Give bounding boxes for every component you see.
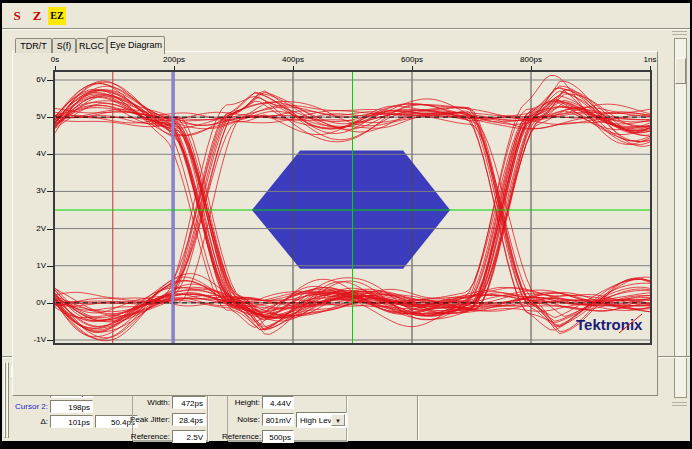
s-parameter-tool-button[interactable]: S — [8, 7, 26, 25]
vertical-scrollbar-thumb[interactable] — [675, 58, 686, 84]
toolbar-divider-highlight — [2, 29, 690, 30]
vertical-scrollbar-track[interactable] — [674, 38, 687, 398]
horizontal-reference-label: Reference: — [130, 432, 170, 442]
height-label: Height: — [222, 398, 260, 408]
scrollbar-bottom-mark — [672, 402, 687, 403]
height-field: 4.44V — [262, 396, 294, 409]
chevron-down-icon[interactable]: ▼ — [331, 414, 345, 426]
eye-diagram-plot[interactable]: Tektronix — [53, 70, 652, 345]
app-window: S Z EZ TDR/T S(f) RLGC Eye Diagram 0s200… — [0, 0, 692, 449]
vertical-reference-field: 500ps — [262, 430, 294, 443]
eazy-tool-button[interactable]: EZ — [48, 7, 66, 25]
scrollbar-top-mark — [672, 31, 687, 32]
tab-eye-diagram[interactable]: Eye Diagram — [107, 36, 165, 54]
peak-jitter-label: Peak Jitter: — [130, 415, 170, 425]
cursor2-label: Cursor 2: — [8, 402, 48, 412]
width-field: 472ps — [172, 396, 206, 409]
tab-s-f[interactable]: S(f) — [52, 38, 76, 53]
scrollbar-top-mark2 — [672, 34, 687, 35]
noise-mode-dropdown[interactable]: High Level ▼ — [296, 412, 347, 428]
horizontal-reference-field: 2.5V — [172, 430, 206, 443]
z-line-tool-button[interactable]: Z — [28, 7, 46, 25]
noise-field: 801mV — [262, 413, 294, 426]
width-label: Width: — [130, 398, 170, 408]
delta-time-field: 101ps — [50, 415, 93, 428]
tektronix-watermark: Tektronix — [576, 316, 643, 333]
peak-jitter-field: 28.4ps — [172, 413, 206, 426]
tab-rlgc[interactable]: RLGC — [76, 38, 107, 53]
noise-label: Noise: — [222, 415, 260, 425]
delta-label: Δ: — [8, 417, 48, 427]
scrollbar-bottom-mark2 — [672, 405, 687, 406]
cursor2-time-field: 198ps — [50, 400, 93, 413]
vertical-reference-label: Reference: — [222, 432, 260, 442]
tab-tdr-t[interactable]: TDR/T — [15, 38, 52, 53]
panel-grip-handle[interactable] — [4, 362, 6, 438]
